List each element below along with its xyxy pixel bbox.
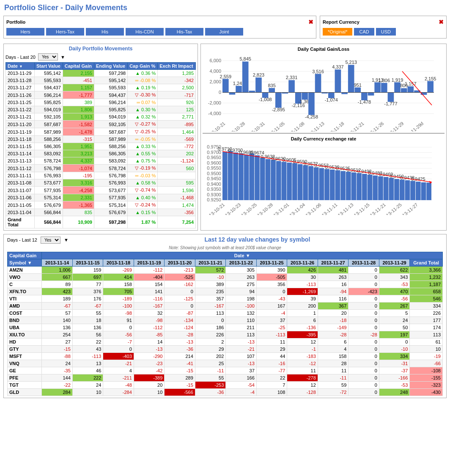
portfolio-button-his-cdn[interactable]: His-CDN: [126, 28, 164, 36]
svg-rect-146: [368, 175, 373, 200]
table-row: 2013-11-21592,1051,913594,019▲ 0.32 %2,7…: [6, 113, 196, 121]
table-row: 2013-11-08573,6773,316576,993▲ 0.58 %595: [6, 179, 196, 187]
table-row: 2013-11-07577,935-4,258573,677▽ -0.74 %1…: [6, 187, 196, 194]
movements-filter-icon[interactable]: ▼: [60, 55, 65, 60]
svg-rect-108: [233, 153, 238, 201]
portfolio-buttons: HersHers-TaxHisHis-CDNHis-TaxJoint: [6, 28, 313, 36]
col-header-0: Symbol ▼: [8, 259, 42, 267]
currency-button-original*[interactable]: *Original*: [323, 28, 352, 36]
table-row: 2013-11-11576,993-195576,798═ -0.03 %: [6, 172, 196, 179]
list-item: XIU.TO25456-56-85-28226113-113-395-28-28…: [8, 331, 443, 338]
svg-text:-2,000: -2,000: [208, 100, 221, 105]
col-header-10: 2013-11-27: [318, 259, 348, 267]
svg-text:0.9250: 0.9250: [207, 197, 221, 202]
svg-rect-159: [416, 182, 421, 200]
currency-close-icon[interactable]: ✖: [439, 19, 444, 25]
svg-rect-131: [314, 168, 319, 201]
svg-rect-114: [255, 155, 260, 200]
list-item: MSFT-88-113-403-29021420210744-183158033…: [8, 353, 443, 360]
svg-text:-1,478: -1,478: [358, 99, 371, 105]
svg-rect-30: [288, 80, 295, 92]
svg-rect-129: [308, 166, 313, 201]
capital-gain-title: Daily Capital Gain/Loss: [203, 47, 444, 52]
currency-buttons: *Original*CADUSD: [323, 28, 444, 36]
svg-text:0.9350: 0.9350: [207, 187, 221, 192]
svg-rect-144: [362, 174, 367, 200]
portfolio-button-hers[interactable]: Hers: [6, 28, 44, 36]
svg-rect-120: [276, 161, 281, 201]
movements-filter-select[interactable]: Yes No: [38, 53, 58, 61]
svg-rect-128: [303, 165, 308, 201]
movements-filter-label: Days - Last 20: [5, 55, 36, 60]
svg-rect-57: [388, 93, 394, 102]
col-header-1: 2013-11-14: [42, 259, 73, 267]
svg-text:2,331: 2,331: [286, 75, 298, 80]
currency-button-usd[interactable]: USD: [376, 28, 396, 36]
svg-rect-135: [330, 170, 335, 200]
col-header-8: 2013-11-25: [256, 259, 287, 267]
svg-text:2,559: 2,559: [220, 74, 232, 79]
svg-rect-137: [335, 171, 340, 201]
svg-rect-18: [242, 61, 249, 92]
currency-chart-title: Daily Currency exchange rate: [203, 136, 444, 141]
table-row: 2013-11-25595,825389596,214═ 0.07 %926: [6, 99, 196, 106]
svg-rect-149: [378, 176, 383, 200]
list-item: C8977158154-162389275356-113160-531,187: [8, 281, 443, 288]
table-row: 2013-11-27594,4371,157595,593▲ 0.19 %2,5…: [6, 84, 196, 91]
table-row: 2013-11-18588,256-315587,989═ -0.05 %-56…: [6, 136, 196, 143]
col-header-4: 2013-11-19: [134, 259, 165, 267]
col-exch-rt: Exch Rt Impact: [158, 63, 196, 70]
portfolio-close-icon[interactable]: ✖: [308, 19, 313, 25]
svg-rect-155: [400, 180, 405, 201]
list-item: VWO667697414-404-525-10263-5053026303431…: [8, 274, 443, 281]
svg-rect-45: [341, 93, 348, 94]
symbol-filter-select[interactable]: Yes: [41, 237, 60, 244]
svg-text:-1,777: -1,777: [384, 101, 397, 106]
col-header-13: Grand Total: [410, 259, 443, 267]
svg-rect-48: [355, 88, 361, 93]
table-row: 2013-11-05576,679-1,365575,314▽ -0.24 %1…: [6, 201, 196, 209]
svg-text:1,806: 1,806: [379, 78, 390, 83]
svg-rect-150: [384, 177, 389, 200]
portfolio-button-his[interactable]: His: [86, 28, 124, 36]
daily-movements-title: Daily Portfolio Movements: [5, 46, 196, 52]
list-item: BND1401891-98-1340110376-18024177: [8, 317, 443, 324]
svg-rect-13: [222, 79, 229, 93]
portfolio-button-hers-tax[interactable]: Hers-Tax: [46, 28, 84, 36]
table-row: 2013-11-13578,7244,337583,092▲ 0.75 %-1,…: [6, 157, 196, 165]
svg-rect-119: [271, 160, 276, 200]
col-ending-value: Ending Value: [94, 63, 127, 70]
col-header-3: 2013-11-18: [103, 259, 134, 267]
svg-rect-152: [389, 178, 394, 201]
svg-text:-4,000: -4,000: [208, 111, 221, 116]
portfolio-button-joint[interactable]: Joint: [205, 28, 243, 36]
currency-button-cad[interactable]: CAD: [354, 28, 374, 36]
list-item: GTY-15430-13-3629-2129-140-1010: [8, 346, 443, 353]
svg-text:0.9600: 0.9600: [207, 160, 221, 165]
table-row: 2013-11-28595,593-451595,142═ -0.08 %-34…: [6, 77, 196, 84]
table-row: 2013-11-04566,844835576,679▲ 0.15 %-356: [6, 209, 196, 216]
col-header-7: 2013-11-22: [226, 259, 257, 267]
svg-rect-117: [266, 159, 271, 200]
table-row: 2013-11-15586,3051,951588,256▲ 0.33 %-77…: [6, 143, 196, 150]
svg-rect-27: [275, 93, 282, 108]
svg-rect-116: [260, 158, 265, 200]
svg-rect-21: [255, 77, 262, 92]
col-header-2: 2013-11-15: [72, 259, 103, 267]
svg-rect-113: [249, 154, 254, 201]
svg-rect-20: [249, 91, 255, 92]
svg-rect-36: [308, 93, 315, 115]
symbol-filter-label: Days - Last 12: [7, 237, 37, 242]
portfolio-box: Portfolio ✖ HersHers-TaxHisHis-CDNHis-Ta…: [3, 16, 316, 39]
portfolio-button-his-tax[interactable]: His-Tax: [165, 28, 203, 36]
svg-text:0.9400: 0.9400: [207, 182, 221, 187]
list-item: AMZN1,006159-269-112-2135723053904264810…: [8, 267, 443, 274]
currency-label: Report Currency: [323, 19, 359, 25]
svg-text:951: 951: [354, 83, 362, 88]
currency-box: Report Currency ✖ *Original*CADUSD: [320, 16, 447, 39]
svg-rect-43: [335, 69, 341, 92]
list-item: AMD-67-67-100-1670-167-10016720036702673…: [8, 303, 443, 310]
symbol-filter-icon[interactable]: ▼: [64, 237, 69, 242]
svg-rect-59: [394, 83, 401, 93]
svg-text:0.9450: 0.9450: [207, 176, 221, 181]
